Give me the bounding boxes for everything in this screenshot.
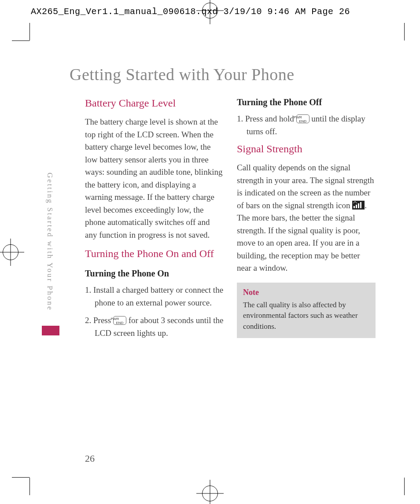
page-body: Getting Started with Your Phone Getting … [30,40,404,478]
subheading-turning-on: Turning the Phone On [85,269,224,279]
side-running-text: Getting Started with Your Phone [45,173,54,311]
step-off-1: 1. Press and hold until the display turn… [237,113,376,138]
page-number: 26 [85,453,95,464]
note-text: The call quality is also affected by env… [243,300,369,332]
crop-mark-left [3,244,18,260]
heading-turning-on-off: Turning the Phone On and Off [85,248,224,260]
left-column: Battery Charge Level The battery charge … [85,97,224,345]
subheading-turning-off: Turning the Phone Off [237,97,376,107]
content-columns: Battery Charge Level The battery charge … [85,97,404,345]
step-on-1: 1. Install a charged battery or connect … [85,284,224,309]
step-on-2-pre: 2. Press [85,316,113,325]
paragraph-signal: Call quality depends on the signal stren… [237,162,376,275]
right-column: Turning the Phone Off 1. Press and hold … [237,97,376,345]
crop-corner [12,40,29,41]
heading-signal-strength: Signal Strength [237,143,376,155]
page-title: Getting Started with Your Phone [70,65,404,84]
crop-corner [404,478,405,495]
crop-mark-bottom [202,486,218,501]
step-off-1-pre: 1. Press and hold [237,114,296,123]
crop-corner [404,23,405,40]
crop-corner [29,23,30,40]
crop-corner [29,478,30,495]
step-on-2: 2. Press for about 3 seconds until the L… [85,314,224,339]
crop-corner [12,477,29,478]
paragraph-battery: The battery charge level is shown at the… [85,116,224,241]
side-bar-accent [42,326,59,335]
signal-strength-icon [352,201,365,210]
heading-battery-charge-level: Battery Charge Level [85,97,224,109]
signal-text-post: . The more bars, the better the signal s… [237,201,367,273]
crop-mark-top [202,3,218,18]
power-end-key-icon [113,316,126,325]
power-end-key-icon [296,114,309,123]
note-label: Note [243,288,369,297]
note-box: Note The call quality is also affected b… [237,283,376,338]
